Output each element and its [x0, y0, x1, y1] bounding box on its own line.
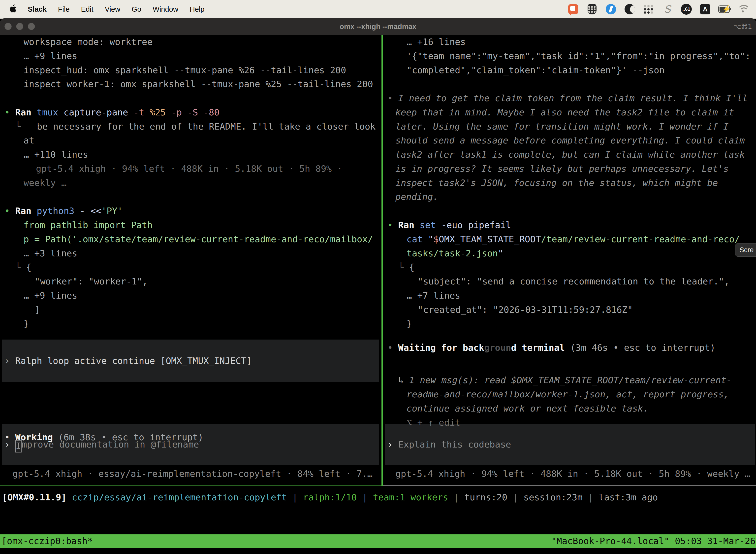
apple-menu-icon[interactable]	[10, 4, 16, 14]
ralph-loop-line: › Ralph loop active continue [OMX_TMUX_I…	[0, 354, 381, 368]
waiting-status-line: • Waiting for background terminal (3m 46…	[383, 340, 756, 355]
tmux-session-label[interactable]: [omx-cczip0:bash*	[0, 535, 93, 548]
wifi-icon[interactable]	[737, 3, 749, 15]
block-connector-line	[400, 228, 400, 265]
window-title-bar: omx --xhigh --madmax ⌥⌘1	[0, 18, 756, 35]
pane-divider[interactable]	[381, 35, 383, 486]
letter-a-icon[interactable]: A	[699, 3, 711, 15]
terminal-area: workspace_mode: worktree… +9 linesinspec…	[0, 35, 756, 486]
menu-item-edit[interactable]: Edit	[81, 5, 93, 13]
right-pane-bottom-border	[383, 486, 756, 486]
screen-tooltip: Scre	[735, 243, 756, 257]
menu-app-name[interactable]: Slack	[28, 5, 47, 13]
chat-icon[interactable]	[567, 3, 579, 15]
screen: Slack File Edit View Go Window Help S ..…	[0, 0, 756, 554]
dots-grid-icon[interactable]	[643, 3, 654, 15]
window-title: omx --xhigh --madmax	[0, 18, 756, 35]
window-shortcut: ⌥⌘1	[734, 18, 752, 35]
new-message-note: ↳ 1 new msg(s): read $OMX_TEAM_STATE_ROO…	[383, 373, 756, 430]
macos-menu-bar: Slack File Edit View Go Window Help S ..…	[0, 0, 756, 19]
badge-61-icon[interactable]: ..61	[681, 3, 692, 15]
menu-item-help[interactable]: Help	[190, 5, 205, 13]
left-prompt-input[interactable]: › Improve documentation in @filename	[0, 437, 381, 451]
blue-bolt-icon[interactable]	[605, 3, 617, 15]
block-connector-line	[17, 214, 17, 264]
battery-charging-icon: ⚡	[718, 3, 730, 15]
left-pane[interactable]: workspace_mode: worktree… +9 linesinspec…	[0, 35, 381, 486]
menu-item-view[interactable]: View	[105, 5, 120, 13]
right-model-status-line: gpt-5.4 xhigh · 94% left · 488K in · 5.1…	[383, 466, 756, 481]
tmux-status-bar: [omx-cczip0:bash* "MacBook-Pro-44.local"…	[0, 535, 756, 548]
right-prompt-input[interactable]: › Explain this codebase	[383, 437, 756, 451]
menu-item-go[interactable]: Go	[132, 5, 141, 13]
shield-keypad-icon[interactable]	[586, 3, 598, 15]
menu-item-window[interactable]: Window	[153, 5, 178, 13]
menu-item-file[interactable]: File	[58, 5, 70, 13]
omx-session-status-line: [OMX#0.11.9] cczip/essay/ai-reimplementa…	[2, 490, 756, 504]
left-pane-bottom-border	[0, 486, 381, 486]
crescent-icon[interactable]	[624, 3, 635, 15]
s-curve-icon[interactable]: S	[662, 3, 673, 15]
tmux-host-clock: "MacBook-Pro-44.local" 05:03 31-Mar-26	[551, 535, 756, 548]
left-model-status-line: gpt-5.4 xhigh · essay/ai-reimplementatio…	[0, 466, 381, 481]
right-pane[interactable]: … +16 lines'{"team_name":"my-team","task…	[383, 35, 756, 486]
